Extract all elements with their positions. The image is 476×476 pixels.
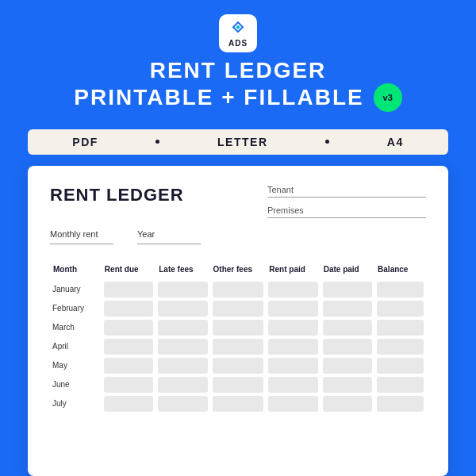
- month-cell: April: [50, 337, 102, 356]
- late-fees-cell: [155, 375, 209, 394]
- col-header-otherfees: Other fees: [210, 262, 267, 280]
- version-badge: v3: [374, 83, 402, 112]
- year-label: Year: [137, 229, 201, 239]
- rent-due-cell: [102, 280, 155, 299]
- col-header-datepaid: Date paid: [321, 262, 374, 280]
- late-fees-cell: [155, 356, 209, 375]
- date-paid-cell: [321, 356, 374, 375]
- table-row: January: [50, 280, 426, 299]
- other-fees-cell: [210, 356, 267, 375]
- other-fees-cell: [210, 337, 267, 356]
- balance-cell: [374, 318, 426, 337]
- table-header-row: Month Rent due Late fees Other fees Rent…: [50, 262, 426, 280]
- table-row: March: [50, 318, 426, 337]
- date-paid-cell: [321, 337, 374, 356]
- title-line2: PRINTABLE + FILLABLE: [74, 84, 363, 111]
- date-paid-cell: [321, 394, 374, 413]
- date-paid-cell: [321, 280, 374, 299]
- month-cell: February: [50, 299, 102, 318]
- month-cell: June: [50, 375, 102, 394]
- rent-paid-cell: [266, 299, 320, 318]
- title-line1: RENT LEDGER: [150, 59, 327, 83]
- monthly-rent-field: Monthly rent: [50, 229, 113, 244]
- document-preview: RENT LEDGER Tenant Premises Monthly rent…: [28, 166, 448, 476]
- col-header-rentdue: Rent due: [102, 262, 155, 280]
- col-header-latefees: Late fees: [155, 262, 209, 280]
- rent-due-cell: [102, 375, 155, 394]
- premises-field: Premises: [267, 205, 426, 218]
- premises-label: Premises: [267, 205, 426, 215]
- logo-box: ADS: [219, 14, 257, 52]
- month-cell: July: [50, 394, 102, 413]
- format-pdf: PDF: [72, 136, 98, 148]
- logo-text: ADS: [228, 39, 248, 48]
- rent-paid-cell: [266, 280, 320, 299]
- rent-paid-cell: [266, 318, 320, 337]
- logo-diamond-icon: [229, 20, 247, 37]
- other-fees-cell: [210, 280, 267, 299]
- table-row: July: [50, 394, 426, 413]
- rent-paid-cell: [266, 337, 320, 356]
- month-cell: January: [50, 280, 102, 299]
- tenant-field: Tenant: [267, 185, 426, 198]
- year-line: [137, 244, 201, 244]
- balance-cell: [374, 394, 426, 413]
- balance-cell: [374, 337, 426, 356]
- format-letter: LETTER: [217, 136, 267, 148]
- title-line2-wrap: PRINTABLE + FILLABLE v3: [74, 83, 401, 112]
- late-fees-cell: [155, 299, 209, 318]
- other-fees-cell: [210, 394, 267, 413]
- rent-paid-cell: [266, 394, 320, 413]
- premises-line: [267, 217, 426, 218]
- balance-cell: [374, 299, 426, 318]
- separator-dot-2: [325, 140, 329, 144]
- rent-due-cell: [102, 394, 155, 413]
- balance-cell: [374, 280, 426, 299]
- table-row: February: [50, 299, 426, 318]
- late-fees-cell: [155, 280, 209, 299]
- late-fees-cell: [155, 337, 209, 356]
- balance-cell: [374, 375, 426, 394]
- other-fees-cell: [210, 318, 267, 337]
- monthly-rent-line: [50, 244, 113, 244]
- date-paid-cell: [321, 375, 374, 394]
- format-a4: A4: [387, 136, 404, 148]
- doc-right-fields: Tenant Premises: [267, 185, 426, 218]
- year-field: Year: [137, 229, 201, 244]
- rent-due-cell: [102, 299, 155, 318]
- ledger-table: Month Rent due Late fees Other fees Rent…: [50, 262, 426, 413]
- col-header-month: Month: [50, 262, 102, 280]
- month-cell: May: [50, 356, 102, 375]
- rent-paid-cell: [266, 375, 320, 394]
- table-row: May: [50, 356, 426, 375]
- rent-due-cell: [102, 318, 155, 337]
- monthly-rent-label: Monthly rent: [50, 229, 113, 239]
- rent-due-cell: [102, 337, 155, 356]
- formats-bar: PDF LETTER A4: [28, 129, 448, 155]
- tenant-label: Tenant: [267, 185, 426, 194]
- other-fees-cell: [210, 375, 267, 394]
- header: ADS RENT LEDGER PRINTABLE + FILLABLE v3: [0, 0, 476, 121]
- rent-due-cell: [102, 356, 155, 375]
- rent-paid-cell: [266, 356, 320, 375]
- col-header-balance: Balance: [374, 262, 426, 280]
- doc-title: RENT LEDGER: [50, 185, 184, 205]
- date-paid-cell: [321, 318, 374, 337]
- doc-top-row: RENT LEDGER Tenant Premises: [50, 185, 426, 218]
- late-fees-cell: [155, 318, 209, 337]
- col-header-rentpaid: Rent paid: [266, 262, 320, 280]
- date-paid-cell: [321, 299, 374, 318]
- tenant-line: [267, 197, 426, 198]
- other-fees-cell: [210, 299, 267, 318]
- balance-cell: [374, 356, 426, 375]
- table-row: April: [50, 337, 426, 356]
- table-row: June: [50, 375, 426, 394]
- late-fees-cell: [155, 394, 209, 413]
- doc-left-fields: Monthly rent Year: [50, 229, 426, 248]
- month-cell: March: [50, 318, 102, 337]
- separator-dot-1: [155, 140, 159, 144]
